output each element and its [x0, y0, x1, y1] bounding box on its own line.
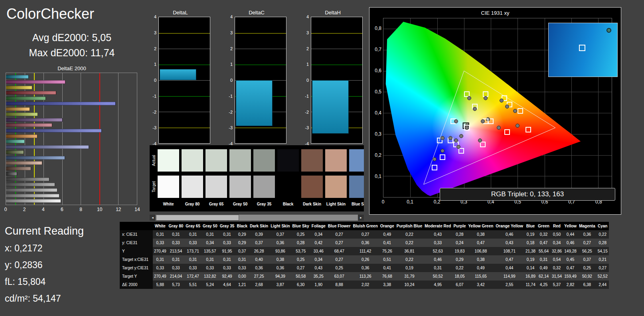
table-cell: 0,43 — [310, 264, 327, 272]
table-row: y: CIE310,330,330,330,340,330,290,370,36… — [120, 239, 609, 247]
swatch-actual-dark-skin[interactable] — [301, 149, 323, 172]
table-cell: 0,29 — [452, 255, 467, 264]
table-cell: 0,34 — [201, 239, 219, 247]
deltaE-bar-yellow — [6, 86, 32, 89]
column-header: Gray 50 — [201, 222, 219, 230]
deltaE-bar-blue-sky — [6, 156, 65, 160]
column-header: Yellow Green — [467, 222, 495, 230]
table-cell: 0,25 — [291, 255, 310, 264]
swatch-target-black[interactable] — [277, 176, 299, 198]
swatch-target-dark-skin[interactable] — [301, 176, 323, 198]
table-cell: 18,05 — [452, 272, 467, 280]
swatch-target-gray-35[interactable] — [253, 176, 275, 198]
y-tick-label: 0,7 — [375, 47, 381, 52]
table-cell: 0,27 — [578, 239, 597, 247]
row-label: Target Y — [120, 272, 153, 280]
deltaC-plot-area — [235, 17, 286, 144]
deltaE-bar-bluish-green — [6, 140, 25, 143]
row-label: Y — [120, 247, 153, 255]
y-tick-label: 1 — [154, 62, 156, 67]
table-cell: 0,33 — [423, 239, 452, 247]
table-cell: 3,38 — [379, 280, 395, 289]
table-cell: 159,49 — [563, 272, 578, 280]
table-cell: 0,46 — [494, 230, 524, 239]
cie-measured-point — [454, 119, 458, 123]
y-tick-label: 1 — [306, 62, 309, 67]
table-cell: 11,74 — [524, 280, 537, 289]
table-cell: 4,64 — [219, 280, 236, 289]
current-reading-y: y: 0,2836 — [5, 260, 84, 271]
cie-measured-point — [481, 119, 485, 123]
scrollbar-left-arrow-icon[interactable]: ◄ — [150, 215, 156, 221]
grid-line — [159, 65, 210, 65]
table-cell: 0,25 — [291, 230, 310, 239]
table-cell: 0,33 — [184, 239, 201, 247]
table-cell: 0,33 — [153, 264, 168, 272]
swatch-actual-gray-80[interactable] — [182, 149, 203, 172]
deltaE-bar-black — [6, 172, 17, 176]
table-cell: 54,15 — [597, 247, 609, 255]
swatch-scrollbar[interactable]: ◄ ► — [150, 215, 364, 221]
deltaE-bar-purple — [6, 118, 63, 122]
table-row: Target x:CIE310,310,310,310,310,310,310,… — [120, 255, 609, 264]
y-tick-label: -3 — [305, 125, 309, 130]
table-cell: 0,41 — [379, 264, 395, 272]
deltaE-bar-white — [6, 199, 61, 203]
swatch-actual-black[interactable] — [277, 149, 299, 172]
table-row: x: CIE310,310,310,310,310,310,290,390,37… — [120, 230, 609, 239]
swatch-actual-light-skin[interactable] — [325, 149, 347, 172]
swatch-actual-white[interactable] — [158, 149, 179, 172]
swatch-actual-gray-50[interactable] — [229, 149, 251, 172]
table-cell: 0,28 — [597, 239, 609, 247]
table-cell: 0,49 — [467, 264, 495, 272]
swatch-actual-gray-35[interactable] — [253, 149, 275, 172]
table-cell: 214,04 — [168, 272, 185, 280]
y-tick-label: 2 — [154, 46, 156, 51]
swatch-label: Black — [276, 202, 300, 206]
column-header: Cyan — [597, 222, 609, 230]
swatch-target-blue-sky[interactable] — [349, 176, 364, 198]
table-cell: 0,29 — [235, 230, 249, 239]
table-cell: 5,24 — [201, 280, 219, 289]
swatch-actual-gray-65[interactable] — [205, 149, 227, 172]
deltah-bar — [312, 80, 349, 134]
cie-target-point — [525, 127, 531, 132]
table-cell: 0,33 — [184, 264, 201, 272]
y-tick-label: -3 — [229, 125, 233, 130]
deltaC-chart: DeltaC 43210-1-2-3-4 — [226, 10, 287, 145]
scrollbar-right-arrow-icon[interactable]: ► — [358, 215, 364, 221]
cie-target-point — [518, 108, 523, 114]
swatch-actual-blue-sky[interactable] — [349, 149, 364, 172]
table-cell: 0,31 — [201, 230, 219, 239]
swatch-target-light-skin[interactable] — [325, 176, 347, 198]
column-header: Orange — [379, 222, 395, 230]
swatch-label: Gray 80 — [180, 202, 204, 206]
table-cell: 0,46 — [423, 255, 452, 264]
measurement-table-wrap: WhiteGray 80Gray 65Gray 50Gray 35BlackDa… — [120, 222, 574, 289]
table-cell: 91,95 — [219, 247, 236, 255]
y-tick-label: 4 — [154, 14, 156, 19]
deltaE-x-axis-labels: 02468101214 — [6, 207, 137, 214]
current-reading-fl: fL: 15,804 — [5, 276, 84, 287]
deltaC-y-labels: 43210-1-2-3-4 — [226, 17, 234, 144]
table-cell: 8,88 — [327, 280, 352, 289]
column-header: White — [153, 222, 168, 230]
swatch-target-gray-65[interactable] — [205, 176, 227, 198]
column-header: Moderate Red — [423, 222, 452, 230]
swatch-target-white[interactable] — [158, 176, 179, 198]
swatch-target-gray-80[interactable] — [182, 176, 203, 198]
table-cell: 0,27 — [327, 230, 352, 239]
cie-y-axis-labels: 0,10,20,30,40,50,60,70,8 — [371, 18, 381, 198]
y-tick-label: 1 — [230, 62, 233, 67]
actual-row-label: Actual — [151, 149, 156, 172]
table-cell: 0,46 — [563, 239, 578, 247]
y-tick-label: 4 — [306, 14, 309, 19]
deltaE-bar-orange-yellow — [6, 107, 30, 111]
table-cell: 0,31 — [537, 255, 551, 264]
table-cell: 0,31 — [219, 230, 236, 239]
scrollbar-thumb[interactable] — [156, 215, 239, 221]
swatch-target-gray-50[interactable] — [229, 176, 251, 198]
cie-target-point — [440, 154, 445, 160]
deltaE-bar-gray-80 — [6, 194, 59, 198]
cie-measured-point — [505, 105, 509, 109]
